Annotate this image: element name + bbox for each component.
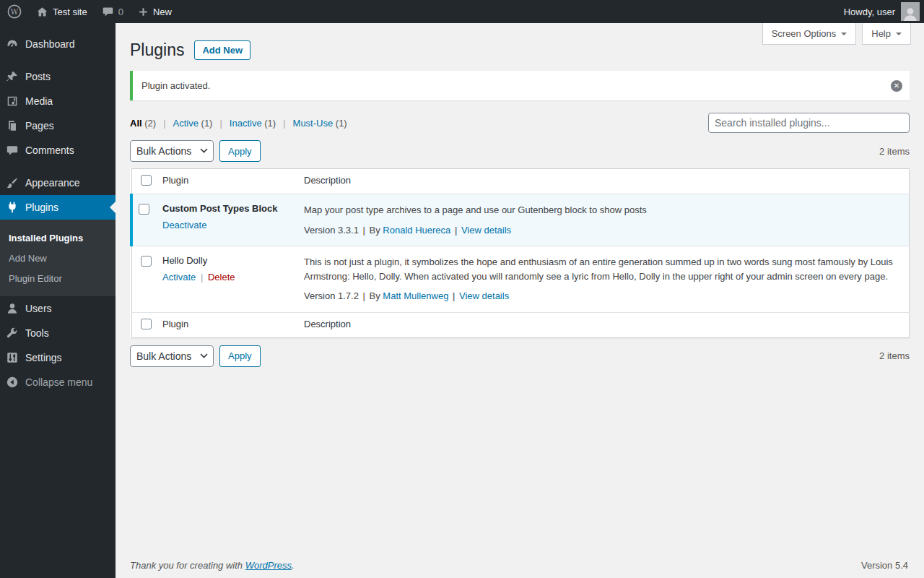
column-footer-description: Description [297,312,910,337]
dashboard-icon [6,38,19,51]
filter-all[interactable]: All (2) [130,118,156,129]
items-count-bottom: 2 items [879,350,910,361]
column-footer-plugin: Plugin [155,312,297,337]
current-menu-arrow [104,202,116,213]
add-new-button[interactable]: Add New [194,40,250,60]
notice-message: Plugin activated. [141,80,210,91]
plugin-name: Hello Dolly [162,255,207,266]
view-details-link[interactable]: View details [459,290,509,301]
plugin-version: Version 1.7.2 [304,290,359,301]
plugin-version: Version 3.3.1 [304,225,359,236]
menu-separator [0,163,116,171]
filter-active[interactable]: Active (1) [173,118,213,129]
comment-bubble-icon [102,6,114,18]
sidebar-item-pages[interactable]: Pages [0,113,116,138]
filter-must-use[interactable]: Must-Use (1) [293,118,347,129]
sidebar-item-label: Appearance [25,177,80,189]
comments-count: 0 [118,7,123,17]
row-checkbox[interactable] [139,204,149,215]
delete-link[interactable]: Delete [208,272,235,282]
plugins-table: Plugin Description Custom Post Types Blo… [130,168,910,338]
collapse-menu-label: Collapse menu [25,376,92,388]
help-button[interactable]: Help [862,23,911,45]
wordpress-logo-menu[interactable]: W [0,0,29,23]
submenu-item-add-new[interactable]: Add New [0,249,116,269]
row-checkbox[interactable] [141,256,152,267]
sidebar-item-label: Dashboard [25,38,75,50]
submenu-item-installed-plugins[interactable]: Installed Plugins [0,228,116,249]
svg-text:W: W [11,7,19,16]
sidebar-item-appearance[interactable]: Appearance [0,171,116,195]
apply-button[interactable]: Apply [219,140,261,162]
sidebar-item-label: Tools [25,327,49,339]
user-avatar[interactable] [901,2,920,21]
sidebar-item-users[interactable]: Users [0,296,116,321]
wordpress-link[interactable]: WordPress [245,560,292,571]
view-details-link[interactable]: View details [461,225,511,236]
sidebar-item-plugins[interactable]: Plugins [0,195,116,220]
footer-version: Version 5.4 [861,560,908,571]
plugin-description: This is not just a plugin, it symbolizes… [304,255,902,283]
filter-inactive[interactable]: Inactive (1) [230,118,276,129]
dismiss-notice-icon[interactable]: ✕ [891,80,902,92]
plugin-author-link[interactable]: Ronald Huereca [383,225,450,236]
plugin-name: Custom Post Types Block [162,203,277,214]
items-count: 2 items [879,146,910,157]
main-content: Screen Options Help Plugins Add New Plug… [116,23,924,578]
users-icon [6,302,19,315]
paintbrush-icon [6,176,19,189]
comments-bubble-menu[interactable]: 0 [95,0,131,23]
submenu-item-plugin-editor[interactable]: Plugin Editor [0,269,116,289]
settings-icon [6,351,19,364]
howdy-user-link[interactable]: Howdy, user [844,7,895,17]
plus-icon [138,7,149,17]
home-icon [36,6,48,18]
filter-separator: | [283,118,285,129]
sidebar-item-label: Pages [25,120,54,131]
pages-icon [6,119,19,132]
success-notice: Plugin activated. ✕ [130,71,910,100]
apply-button-bottom[interactable]: Apply [219,345,261,367]
comments-icon [6,144,19,157]
sidebar-item-label: Posts [25,71,51,82]
collapse-menu-button[interactable]: Collapse menu [0,370,116,394]
sidebar-item-tools[interactable]: Tools [0,321,116,345]
screen-options-button[interactable]: Screen Options [762,23,857,45]
wrench-icon [6,327,19,340]
new-content-menu[interactable]: New [131,0,179,23]
site-name-link[interactable]: Test site [29,0,95,23]
by-label: By [370,225,380,236]
action-separator: | [201,272,203,282]
sidebar-item-media[interactable]: Media [0,89,116,113]
sidebar-item-comments[interactable]: Comments [0,138,116,163]
plugin-author-link[interactable]: Matt Mullenweg [383,290,448,301]
select-all-checkbox[interactable] [141,175,152,186]
meta-separator: | [363,225,365,236]
sidebar-item-dashboard[interactable]: Dashboard [0,32,116,56]
chevron-down-icon [841,33,847,38]
admin-sidebar: Dashboard Posts Media Pages Comments App… [0,23,116,578]
sidebar-item-settings[interactable]: Settings [0,345,116,370]
plugin-icon [6,201,19,214]
activate-link[interactable]: Activate [162,272,196,282]
plugin-row-custom-post-types-block: Custom Post Types Block Deactivate Map y… [131,194,910,246]
column-header-description: Description [297,169,910,194]
select-all-checkbox[interactable] [141,319,152,329]
plugin-description: Map your post type archives to a page an… [304,203,902,217]
filter-separator: | [219,118,222,129]
search-input[interactable] [708,113,910,133]
footer-thanks-text: Thank you for creating with WordPress. [130,560,295,571]
chevron-down-icon [896,33,902,38]
screen-options-label: Screen Options [772,23,837,44]
sidebar-item-label: Comments [25,144,74,156]
meta-separator: | [455,225,457,236]
deactivate-link[interactable]: Deactivate [162,220,206,230]
plugin-row-hello-dolly: Hello Dolly Activate | Delete This is no… [131,246,910,313]
wordpress-logo-icon: W [7,4,22,19]
sidebar-item-label: Media [25,95,53,107]
help-label: Help [871,23,891,44]
bulk-actions-select[interactable]: Bulk Actions [130,140,214,162]
bulk-actions-select-bottom[interactable]: Bulk Actions [130,345,214,367]
sidebar-item-posts[interactable]: Posts [0,64,116,89]
sidebar-item-label: Settings [25,352,62,363]
